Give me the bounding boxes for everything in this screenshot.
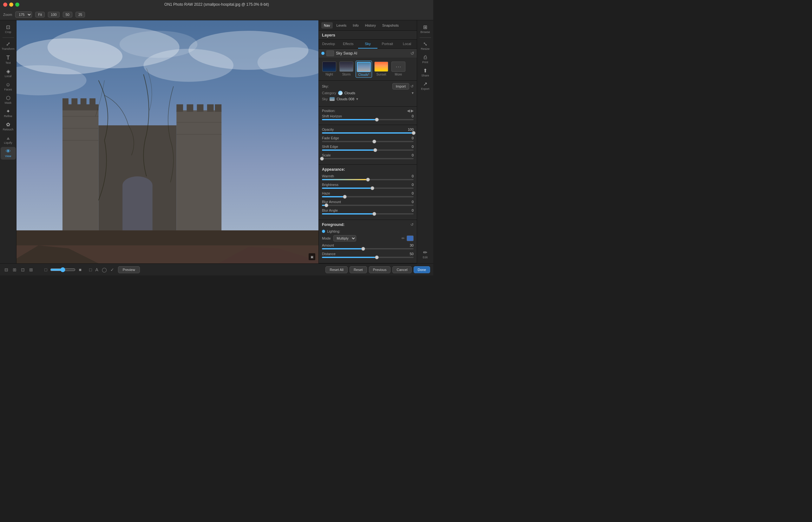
tab-local[interactable]: Local xyxy=(397,40,417,48)
right-tool-print[interactable]: ⎙ Print xyxy=(418,53,433,66)
sky-preset-night[interactable]: Night xyxy=(321,61,337,78)
tool-crop[interactable]: ⊡ Crop xyxy=(1,23,16,36)
haze-thumb[interactable] xyxy=(343,195,347,199)
before-after-btn[interactable]: □ xyxy=(43,266,48,274)
tool-mask[interactable]: ⬡ Mask xyxy=(1,94,16,106)
warmth-thumb[interactable] xyxy=(366,178,370,181)
compare-split-btn[interactable]: ⊞ xyxy=(28,266,34,274)
opacity-thumb[interactable] xyxy=(412,131,416,135)
mask-text-btn[interactable]: A xyxy=(94,266,99,274)
tool-retouch[interactable]: ✿ Retouch xyxy=(1,120,16,133)
blur-amount-track[interactable] xyxy=(322,205,414,206)
nav-tab-nav[interactable]: Nav xyxy=(321,22,333,28)
foreground-reset-btn[interactable]: ↺ xyxy=(411,222,414,227)
amount-thumb[interactable] xyxy=(361,247,365,251)
nav-tab-levels[interactable]: Levels xyxy=(334,22,349,28)
zoom-select[interactable]: 175 xyxy=(15,12,32,18)
scale-track[interactable] xyxy=(322,158,414,159)
brightness-track[interactable] xyxy=(322,187,414,189)
sky-preset-storm[interactable]: Storm xyxy=(338,61,354,78)
reset-all-button[interactable]: Reset All xyxy=(326,266,347,273)
blur-angle-track[interactable] xyxy=(322,213,414,215)
tool-faces[interactable]: ☺ Faces xyxy=(1,80,16,93)
reset-button[interactable]: Reset xyxy=(350,266,367,273)
scale-thumb[interactable] xyxy=(320,157,324,161)
previous-button[interactable]: Previous xyxy=(369,266,391,273)
nav-tab-history[interactable]: History xyxy=(362,22,378,28)
close-button[interactable] xyxy=(3,2,7,7)
shift-horizon-track[interactable] xyxy=(322,119,414,120)
sky-reset-btn[interactable]: ↺ xyxy=(411,84,414,88)
sky-preset-clouds[interactable]: Clouds* xyxy=(356,61,372,78)
amount-track[interactable] xyxy=(322,248,414,249)
mask-circle-btn[interactable]: ◯ xyxy=(101,266,108,274)
fade-edge-track[interactable] xyxy=(322,141,414,142)
compare-btn[interactable]: ⊡ xyxy=(20,266,26,274)
shift-horizon-thumb[interactable] xyxy=(375,118,379,122)
brightness-thumb[interactable] xyxy=(371,186,374,190)
filmstrip-btn[interactable]: ⊞ xyxy=(12,266,18,274)
mode-select[interactable]: Multiply xyxy=(333,235,356,241)
blur-amount-thumb[interactable] xyxy=(325,203,328,207)
tool-text[interactable]: T Text xyxy=(1,53,16,66)
warmth-track[interactable] xyxy=(322,179,414,180)
tab-sky[interactable]: Sky xyxy=(358,40,378,48)
minimize-button[interactable] xyxy=(9,2,13,7)
right-tool-browse[interactable]: ⊞ Browse xyxy=(418,23,433,36)
tool-transform[interactable]: ⤢ Transform xyxy=(1,40,16,52)
preview-button[interactable]: Preview xyxy=(118,266,140,273)
blur-angle-thumb[interactable] xyxy=(372,212,376,216)
scale-value: 0 xyxy=(406,153,414,157)
panel-content[interactable]: Sky: Import ↺ Category Clouds ▾ Sky Clou… xyxy=(319,81,417,263)
layer-visibility-dot[interactable] xyxy=(321,52,325,55)
import-button[interactable]: Import xyxy=(392,83,409,89)
compare-slider[interactable] xyxy=(50,267,76,272)
tool-liquify[interactable]: ⟁ Liquify xyxy=(1,134,16,146)
shift-edge-thumb[interactable] xyxy=(373,148,377,152)
bottom-toolbar: ⊟ ⊞ ⊡ ⊞ □ ■ □ A ◯ ✓ Preview Reset All Re… xyxy=(0,263,433,276)
cancel-button[interactable]: Cancel xyxy=(392,266,411,273)
mode-color-swatch[interactable] xyxy=(407,236,414,241)
canvas-overlay-btn[interactable]: ▣ xyxy=(309,253,315,260)
right-tool-share[interactable]: ⬆ Share xyxy=(418,66,433,79)
shift-edge-label: Shift Edge xyxy=(322,145,338,148)
mode-pencil-icon[interactable]: ✏ xyxy=(401,236,405,241)
mask-overlay-btn[interactable]: □ xyxy=(88,266,93,274)
right-tool-resize[interactable]: ⤡ Resize xyxy=(418,40,433,52)
layer-item[interactable]: Sky Swap AI ↺ xyxy=(319,49,417,58)
nav-tab-info[interactable]: Info xyxy=(350,22,361,28)
tool-local[interactable]: ◈ Local xyxy=(1,67,16,80)
haze-track[interactable] xyxy=(322,196,414,197)
zoom-fit-button[interactable]: Fit xyxy=(35,12,45,17)
distance-track[interactable] xyxy=(322,257,414,258)
after-btn[interactable]: ■ xyxy=(77,266,82,274)
sky-preset-sunset[interactable]: Sunset xyxy=(373,61,389,78)
tool-refine[interactable]: ✦ Refine xyxy=(1,107,16,120)
nav-tab-snapshots[interactable]: Snapshots xyxy=(380,22,401,28)
fade-edge-thumb[interactable] xyxy=(372,140,376,143)
position-left-btn[interactable]: ◀ xyxy=(407,108,410,113)
sky-category-value: Clouds xyxy=(345,91,355,95)
sky-preset-more[interactable]: ⋯ More xyxy=(391,61,406,78)
mask-check-btn[interactable]: ✓ xyxy=(109,266,116,274)
opacity-track[interactable] xyxy=(322,132,414,134)
canvas-layout-btn[interactable]: ⊟ xyxy=(3,266,9,274)
zoom-100-button[interactable]: 100 xyxy=(48,12,59,17)
maximize-button[interactable] xyxy=(15,2,19,7)
zoom-50-button[interactable]: 50 xyxy=(63,12,72,17)
layer-reset-button[interactable]: ↺ xyxy=(411,51,414,56)
distance-thumb[interactable] xyxy=(375,256,379,259)
done-button[interactable]: Done xyxy=(414,266,430,273)
right-tool-export[interactable]: ↗ Export xyxy=(418,80,433,92)
tab-develop[interactable]: Develop xyxy=(319,40,338,48)
zoom-25-button[interactable]: 25 xyxy=(76,12,85,17)
tab-portrait[interactable]: Portrait xyxy=(377,40,397,48)
tool-view[interactable]: 👁 View xyxy=(1,147,16,160)
lighting-dot[interactable] xyxy=(322,230,325,233)
shift-edge-value: 0 xyxy=(406,145,414,148)
tab-effects[interactable]: Effects xyxy=(338,40,358,48)
right-tool-edit[interactable]: ✏ Edit xyxy=(418,248,433,261)
shift-edge-track[interactable] xyxy=(322,149,414,151)
position-right-btn[interactable]: ▶ xyxy=(411,108,414,113)
canvas-area[interactable]: ▣ xyxy=(17,20,318,263)
